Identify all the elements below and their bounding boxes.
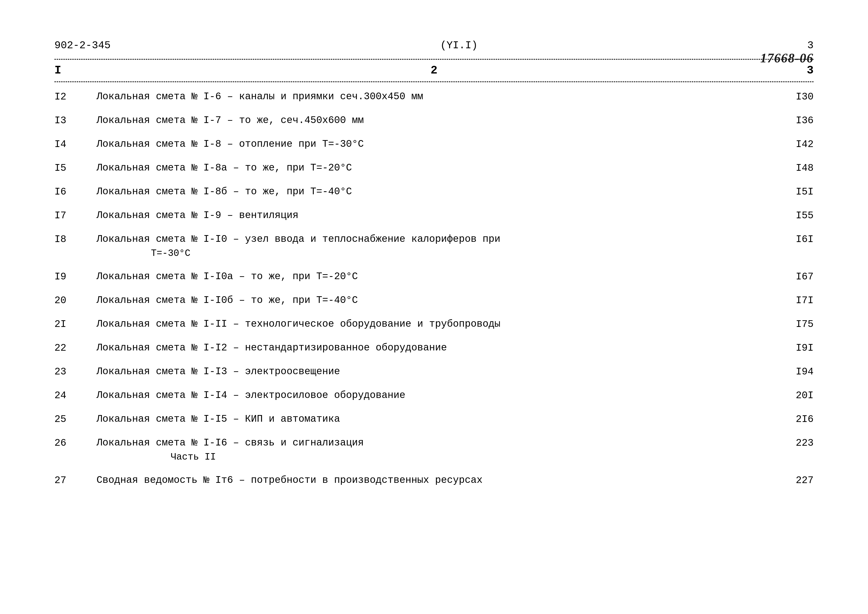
row-page: I94	[781, 364, 814, 379]
row-desc: Локальная смета № I-8б – то же, при Т=-4…	[87, 185, 781, 199]
row-page: 227	[781, 473, 814, 488]
row-num: 25	[54, 412, 87, 426]
col-header-1: I	[54, 64, 87, 77]
row-desc-main: Локальная смета № I-I0б – то же, при Т=-…	[96, 295, 358, 306]
row-desc-main: Локальная смета № I-8 – отопление при Т=…	[96, 139, 364, 150]
row-desc: Локальная смета № I-8а – то же, при Т=-2…	[87, 161, 781, 175]
row-num: I5	[54, 161, 87, 175]
row-desc: Локальная смета № I-I0а – то же, при Т=-…	[87, 270, 781, 284]
row-desc-sub: Т=-30°С	[96, 247, 772, 260]
row-desc-main: Локальная смета № I-6 – каналы и приямки…	[96, 91, 423, 102]
table-row: I8 Локальная смета № I-I0 – узел ввода и…	[54, 232, 814, 260]
row-desc-main: Локальная смета № I-9 – вентиляция	[96, 210, 298, 221]
header-page: 3	[808, 40, 814, 51]
table-row: 27 Сводная ведомость № Iт6 – потребности…	[54, 473, 814, 488]
row-num: I4	[54, 137, 87, 152]
row-desc: Локальная смета № I-7 – то же, сеч.450x6…	[87, 113, 781, 128]
table-row: 25 Локальная смета № I-I5 – КИП и автома…	[54, 412, 814, 426]
table-row: 24 Локальная смета № I-I4 – электросилов…	[54, 388, 814, 403]
row-desc-main: Локальная смета № I-7 – то же, сеч.450x6…	[96, 115, 364, 126]
table-row: 26 Локальная смета № I-I6 – связь и сигн…	[54, 436, 814, 464]
row-desc-sub: Часть II	[96, 450, 772, 464]
table-row: I6 Локальная смета № I-8б – то же, при Т…	[54, 185, 814, 199]
row-desc-main: Локальная смета № I-I5 – КИП и автоматик…	[96, 414, 340, 425]
row-page: 2I6	[781, 412, 814, 426]
row-page: I36	[781, 113, 814, 128]
row-desc-main: Локальная смета № I-I0а – то же, при Т=-…	[96, 271, 358, 282]
row-num: 23	[54, 364, 87, 379]
row-desc-main: Сводная ведомость № Iт6 – потребности в …	[96, 474, 482, 486]
row-page: I75	[781, 317, 814, 331]
row-num: I9	[54, 270, 87, 284]
row-num: I3	[54, 113, 87, 128]
row-desc-main: Локальная смета № I-I3 – электроосвещени…	[96, 366, 340, 377]
header-code: (YI.I)	[440, 40, 477, 51]
row-num: I2	[54, 90, 87, 104]
col-header-2: 2	[87, 64, 781, 77]
row-num: 22	[54, 341, 87, 355]
table-row: I2 Локальная смета № I-6 – каналы и прия…	[54, 90, 814, 104]
row-page: I30	[781, 90, 814, 104]
top-dashed-line: 17668-06	[54, 59, 814, 60]
row-desc-main: Локальная смета № I-I2 – нестандартизиро…	[96, 342, 447, 354]
table-row: I4 Локальная смета № I-8 – отопление при…	[54, 137, 814, 152]
row-num: 27	[54, 473, 87, 488]
row-page: I9I	[781, 341, 814, 355]
row-desc-main: Локальная смета № I-II – технологическое…	[96, 318, 500, 330]
row-page: 20I	[781, 388, 814, 403]
row-page: I5I	[781, 185, 814, 199]
row-desc-main: Локальная смета № I-I0 – узел ввода и те…	[96, 234, 500, 245]
row-desc-main: Локальная смета № I-8а – то же, при Т=-2…	[96, 162, 352, 174]
table-row: 22 Локальная смета № I-I2 – нестандартиз…	[54, 341, 814, 355]
row-page: I55	[781, 208, 814, 223]
stamp: 17668-06	[760, 51, 814, 65]
row-desc: Локальная смета № I-I2 – нестандартизиро…	[87, 341, 781, 355]
table-container: 17668-06 I 2 3 I2 Локальная смета № I-6 …	[54, 59, 814, 488]
row-page: I67	[781, 270, 814, 284]
row-desc: Локальная смета № I-I4 – электросиловое …	[87, 388, 781, 403]
row-num: I6	[54, 185, 87, 199]
table-row: 20 Локальная смета № I-I0б – то же, при …	[54, 293, 814, 308]
row-num: 2I	[54, 317, 87, 331]
row-desc: Локальная смета № I-I3 – электроосвещени…	[87, 364, 781, 379]
page: 902-2-345 (YI.I) 3 17668-06 I 2 3 I2 Лок…	[0, 0, 868, 614]
doc-number: 902-2-345	[54, 40, 111, 51]
row-page: 223	[781, 436, 814, 450]
row-desc: Локальная смета № I-9 – вентиляция	[87, 208, 781, 223]
row-page: I42	[781, 137, 814, 152]
row-desc: Локальная смета № I-6 – каналы и приямки…	[87, 90, 781, 104]
column-headers: I 2 3	[54, 60, 814, 82]
table-row: I9 Локальная смета № I-I0а – то же, при …	[54, 270, 814, 284]
row-desc-main: Локальная смета № I-I6 – связь и сигнали…	[96, 437, 364, 448]
row-desc: Локальная смета № I-I0 – узел ввода и те…	[87, 232, 781, 260]
table-row: I5 Локальная смета № I-8а – то же, при Т…	[54, 161, 814, 175]
row-desc-main: Локальная смета № I-I4 – электросиловое …	[96, 390, 405, 401]
table-row: I3 Локальная смета № I-7 – то же, сеч.45…	[54, 113, 814, 128]
row-num: 20	[54, 293, 87, 308]
row-page: I6I	[781, 232, 814, 247]
row-desc: Сводная ведомость № Iт6 – потребности в …	[87, 473, 781, 488]
row-desc: Локальная смета № I-I0б – то же, при Т=-…	[87, 293, 781, 308]
table-row: I7 Локальная смета № I-9 – вентиляция I5…	[54, 208, 814, 223]
row-desc: Локальная смета № I-II – технологическое…	[87, 317, 781, 331]
row-page: I7I	[781, 293, 814, 308]
row-desc: Локальная смета № I-I6 – связь и сигнали…	[87, 436, 781, 464]
row-desc-main: Локальная смета № I-8б – то же, при Т=-4…	[96, 186, 352, 197]
row-num: 26	[54, 436, 87, 450]
content-area: I2 Локальная смета № I-6 – каналы и прия…	[54, 90, 814, 488]
row-page: I48	[781, 161, 814, 175]
col-header-3: 3	[781, 64, 814, 77]
header: 902-2-345 (YI.I) 3	[54, 40, 814, 51]
row-num: I7	[54, 208, 87, 223]
table-row: 2I Локальная смета № I-II – технологичес…	[54, 317, 814, 331]
row-num: 24	[54, 388, 87, 403]
row-num: I8	[54, 232, 87, 247]
table-row: 23 Локальная смета № I-I3 – электроосвещ…	[54, 364, 814, 379]
row-desc: Локальная смета № I-I5 – КИП и автоматик…	[87, 412, 781, 426]
row-desc: Локальная смета № I-8 – отопление при Т=…	[87, 137, 781, 152]
